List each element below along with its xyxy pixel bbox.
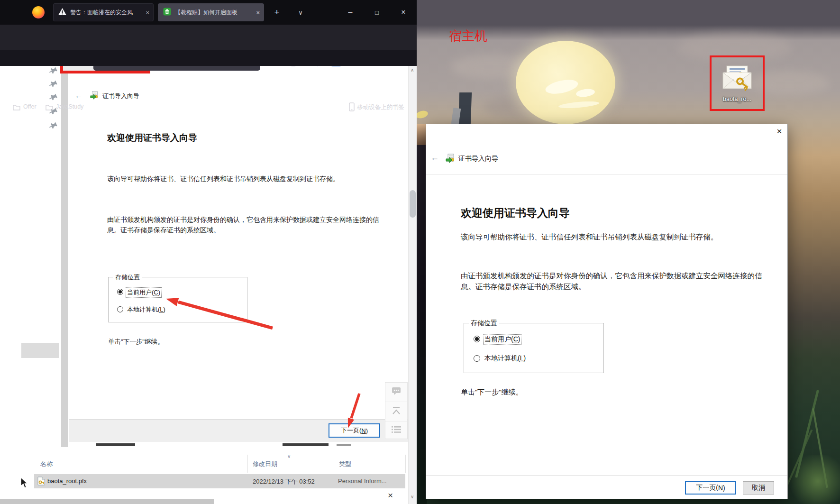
footer-divider [426,475,787,476]
radio-local-machine[interactable] [474,355,480,362]
column-header-type[interactable]: 类型 [339,460,351,468]
mouse-cursor [20,477,29,490]
tutorial-store-location-label: 存储位置 [113,273,142,282]
wizard-hint: 单击"下一步"继续。 [461,388,523,397]
tutorial-paragraph-2-line1: 由证书颁发机构颁发的证书是对你身份的确认，它包含用来保护数据或建立安全网络连接的… [107,216,379,224]
tutorial-store-location-groupbox: 存储位置 当前用户(C) 本地计算机(L) [108,277,247,322]
bookmark-offer[interactable]: Offer [23,103,37,110]
certificate-import-wizard-dialog: × ← 证书导入向导 欢迎使用证书导入向导 该向导可帮助你将证书、证书信任列表和… [426,124,787,499]
list-button[interactable] [385,422,407,440]
tab-title: 【教程贴】如何开启面板 [175,9,237,17]
folder-icon [46,104,53,112]
dialog-close-icon[interactable]: × [774,126,785,137]
pfx-file-icon[interactable] [721,63,753,92]
bookmarks-bar: Offer JavaStudy 移动设备上的书签 [0,50,417,66]
sort-caret-icon[interactable]: ∨ [287,454,291,459]
floating-toolbar [385,382,408,439]
tutorial-radio-local-machine [117,306,123,312]
tutorial-wizard-title: 欢迎使用证书导入向导 [107,132,197,144]
desktop-icon-label[interactable]: baota_ro... [710,96,765,102]
wizard-title: 欢迎使用证书导入向导 [461,206,570,220]
page-scrollbar[interactable]: ∧ ∨ [408,66,417,504]
window-minimize-button[interactable]: – [341,5,359,20]
back-to-top-button[interactable] [385,402,407,422]
tutorial-paragraph-2-line2: 息。证书存储是保存证书的系统区域。 [107,226,220,235]
navigation-bar: ← → ↻ ⌂ https://www.bt.cn/b 文A ☆ A [0,25,417,50]
tutorial-back-icon: ← [75,92,82,100]
dialog-back-icon[interactable]: ← [430,153,439,163]
tutorial-radio-local-machine-label: 本地计算机(L) [127,305,165,314]
bt-panel-icon [163,8,171,18]
mobile-phone-icon [349,102,355,113]
dialog-header-title: 证书导入向导 [458,155,498,163]
placeholder-block [21,343,59,358]
radio-local-machine-label[interactable]: 本地计算机(L) [484,354,526,363]
tutorial-wizard-hint: 单击"下一步"继续。 [108,338,164,346]
list-icon [392,426,401,435]
store-location-groupbox: 存储位置 当前用户(C) 本地计算机(L) [464,323,604,373]
certificate-icon [90,91,99,100]
window-close-button[interactable]: × [394,5,412,20]
clipped-row-fragment [96,443,135,446]
column-header-date[interactable]: 修改日期 [253,460,277,468]
tab-title: 警告：面临潜在的安全风 [70,9,133,17]
tutorial-header-title: 证书导入向导 [102,92,139,101]
tutorial-radio-current-user-label: 当前用户(C) [126,288,161,297]
warning-icon [58,8,66,17]
screen: 宿主机 baota_ro... × ← [0,0,840,504]
tab-bar: 警告：面临潜在的安全风 × 【教程贴】如何开启面板 × + ∨ – □ × [0,0,417,25]
scroll-up-icon[interactable]: ∧ [411,67,414,73]
store-location-label: 存储位置 [469,319,499,328]
tutorial-radio-current-user [117,289,123,295]
wallpaper-shade [417,124,427,145]
folder-icon [13,104,20,112]
column-header-name[interactable]: 名称 [40,460,53,468]
bottom-scroll-bar[interactable] [0,499,214,504]
table-top-line [28,453,408,453]
tab-warning[interactable]: 警告：面临潜在的安全风 × [53,3,154,21]
screenshot-left-edge [61,73,68,447]
wallpaper-shade [417,145,427,504]
tab-close-icon[interactable]: × [256,9,260,16]
file-type: Personal Inform... [338,477,387,485]
clipped-row-fragment [337,444,351,446]
host-annotation: 宿主机 [449,27,487,45]
back-to-top-icon [392,406,401,417]
column-separator [405,455,406,473]
tutorial-paragraph-1: 该向导可帮助你将证书、证书信任列表和证书吊销列表从磁盘复制到证书存储。 [107,175,339,183]
wizard-paragraph-2-line2: 息。证书存储是保存证书的系统区域。 [461,282,586,292]
tab-list-caret-icon[interactable]: ∨ [294,6,307,19]
certificate-icon [446,154,455,163]
pfx-small-file-icon [37,477,45,486]
next-button[interactable]: 下一页(N) [685,481,736,495]
cancel-button[interactable]: 取消 [743,481,774,495]
window-maximize-button[interactable]: □ [368,5,386,20]
tab-close-icon[interactable]: × [146,9,149,16]
firefox-logo-icon[interactable] [32,6,45,18]
wizard-paragraph-2-line1: 由证书颁发机构颁发的证书是对你身份的确认，它包含用来保护数据或建立安全网络连接的… [461,271,762,281]
header-divider [426,174,787,174]
wizard-paragraph-1: 该向导可帮助你将证书、证书信任列表和证书吊销列表从磁盘复制到证书存储。 [461,232,718,242]
tab-tutorial-active[interactable]: 【教程贴】如何开启面板 × [158,3,264,21]
scroll-down-icon[interactable]: ∨ [411,494,414,499]
new-tab-button[interactable]: + [270,6,283,19]
column-separator [333,455,333,473]
bookmark-mobile-devices[interactable]: 移动设备上的书签 [357,103,404,111]
comment-icon [392,387,401,397]
tutorial-next-button: 下一页(N) [329,423,380,438]
file-name[interactable]: baota_root.pfx [47,477,87,485]
clipped-row-fragment [283,443,329,446]
column-separator [247,455,248,473]
scrollbar-thumb[interactable] [410,190,416,218]
file-date: 2022/12/13 下午 03:52 [253,477,315,486]
banner-close-icon[interactable]: × [388,490,393,501]
radio-current-user[interactable] [474,336,480,342]
foliage [787,455,840,504]
radio-current-user-label[interactable]: 当前用户(C) [484,335,521,344]
bookmark-javastudy[interactable]: JavaStudy [56,103,83,110]
comments-button[interactable] [385,383,407,402]
